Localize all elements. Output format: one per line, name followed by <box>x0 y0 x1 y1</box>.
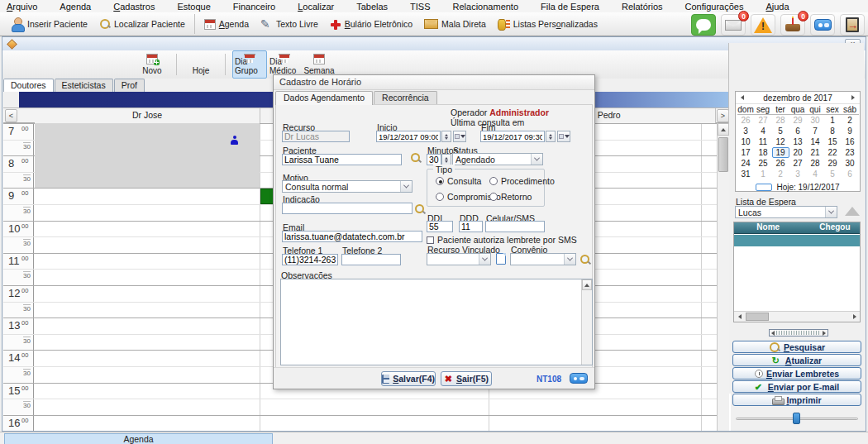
toolbar-button-texto-livre[interactable]: Texto Livre <box>255 13 324 35</box>
wait-list-selected-row[interactable] <box>734 235 860 246</box>
calendar-day[interactable]: 24 <box>737 158 755 169</box>
schedule-cell[interactable] <box>35 351 260 366</box>
radio-procedimento[interactable]: Procedimento <box>489 176 555 186</box>
recurso-vinculado-combo[interactable] <box>427 253 491 265</box>
calendar-day[interactable]: 6 <box>842 169 859 179</box>
radio-icon[interactable] <box>436 177 444 185</box>
button-pesquisar[interactable]: Pesquisar <box>732 341 861 353</box>
agenda-toolbar-dia-grupo[interactable]: Dia Grupo <box>232 50 267 79</box>
telefone2-field[interactable] <box>341 254 401 265</box>
calendar-day[interactable]: 9 <box>842 126 859 136</box>
menu-item-relatórios[interactable]: Relatórios <box>622 2 663 12</box>
menu-item-cadastros[interactable]: Cadastros <box>113 2 155 12</box>
celular-field[interactable] <box>485 221 545 232</box>
new-document-icon[interactable] <box>496 253 506 265</box>
schedule-cell[interactable] <box>35 237 260 253</box>
schedule-cell[interactable] <box>35 286 260 302</box>
checkbox-icon[interactable] <box>427 236 434 244</box>
combo-arrow-icon[interactable] <box>531 154 542 165</box>
scroll-left-icon[interactable] <box>734 312 745 322</box>
schedule-cell[interactable] <box>35 303 260 318</box>
convenio-combo[interactable] <box>510 253 576 265</box>
paciente-field[interactable] <box>282 154 402 165</box>
calendar-day[interactable]: 3 <box>737 126 755 136</box>
time-row-16-00[interactable]: 1600 <box>3 415 717 431</box>
schedule-cell[interactable] <box>489 416 702 431</box>
wait-list-hscrollbar[interactable] <box>734 311 860 322</box>
column-nome[interactable]: Nome <box>756 222 780 232</box>
agenda-toolbar-novo[interactable]: Novo <box>135 50 169 79</box>
menu-item-fila-de-espera[interactable]: Fila de Espera <box>541 2 599 12</box>
zoom-slider[interactable] <box>736 412 858 425</box>
radio-icon[interactable] <box>489 177 498 185</box>
schedule-cell[interactable] <box>35 318 260 334</box>
toolbar-button-mala-direta[interactable]: Mala Direta <box>418 13 492 35</box>
menu-item-estoque[interactable]: Estoque <box>177 2 210 12</box>
ddi-field[interactable] <box>427 221 453 232</box>
slider-thumb[interactable] <box>793 413 800 424</box>
indicacao-field[interactable] <box>282 203 413 214</box>
calendar-day[interactable]: 12 <box>772 136 789 147</box>
toolbar-button-inserir-paciente[interactable]: Inserir Paciente <box>5 13 93 35</box>
schedule-cell[interactable] <box>35 205 260 221</box>
calendar-day[interactable]: 30 <box>807 115 824 126</box>
radio-consulta[interactable]: Consulta <box>436 176 481 186</box>
motivo-combo[interactable]: Consulta normal <box>282 180 413 193</box>
schedule-cell[interactable] <box>35 367 260 383</box>
fim-spinner[interactable] <box>546 131 556 142</box>
scroll-thumb[interactable] <box>718 137 728 172</box>
scroll-thumb[interactable] <box>746 313 769 321</box>
fim-field[interactable] <box>480 131 545 142</box>
convenio-search-icon[interactable] <box>580 255 591 265</box>
observacoes-textarea[interactable] <box>280 279 593 365</box>
button-imprimir[interactable]: Imprimir <box>732 394 861 406</box>
calendar-day[interactable]: 23 <box>842 147 859 158</box>
minutos-field[interactable] <box>427 154 441 165</box>
button-atualizar[interactable]: Atualizar <box>732 354 861 366</box>
fim-datepicker-icon[interactable] <box>557 131 570 142</box>
menu-item-configurações[interactable]: Configurações <box>685 2 744 12</box>
calendar-day[interactable]: 1 <box>824 115 842 126</box>
calendar-day[interactable]: 2 <box>842 115 859 126</box>
scroll-up-icon[interactable] <box>582 279 592 290</box>
inicio-field[interactable] <box>376 131 441 142</box>
menu-item-localizar[interactable]: Localizar <box>298 2 334 12</box>
schedule-cell[interactable] <box>260 399 489 415</box>
status-combo[interactable]: Agendado <box>452 153 543 165</box>
contacts-icon-button[interactable] <box>810 14 835 36</box>
inicio-spinner[interactable] <box>441 131 451 142</box>
calendar-day[interactable]: 28 <box>772 115 789 126</box>
calendar-day[interactable]: 29 <box>789 115 807 126</box>
calendar-day[interactable]: 13 <box>789 136 807 147</box>
calendar-day[interactable]: 4 <box>755 126 772 136</box>
status-bar-agenda-tab[interactable]: Agenda <box>4 433 273 444</box>
calendar-today-label[interactable]: Hoje: 19/12/2017 <box>776 183 839 192</box>
agenda-toolbar-hoje[interactable]: Hoje <box>184 50 218 79</box>
tab-esteticistas[interactable]: Esteticistas <box>55 79 113 92</box>
dialog-tab-recorrência[interactable]: Recorrência <box>374 91 437 105</box>
schedule-cell[interactable] <box>35 189 260 204</box>
schedule-cell[interactable] <box>35 416 260 431</box>
ddd-field[interactable] <box>459 221 483 232</box>
calendar-day[interactable]: 26 <box>737 115 755 126</box>
calendar-day[interactable]: 17 <box>737 147 755 158</box>
collapse-up-icon[interactable] <box>845 207 860 216</box>
textarea-scrollbar[interactable] <box>581 279 592 365</box>
schedule-cell[interactable] <box>35 222 260 237</box>
calendar-day[interactable]: 28 <box>807 158 824 169</box>
schedule-cell[interactable] <box>35 399 260 415</box>
menu-item-tiss[interactable]: TISS <box>410 2 430 12</box>
radio-retorno[interactable]: Retorno <box>489 192 532 202</box>
calendar-day[interactable]: 30 <box>842 158 859 169</box>
tab-prof[interactable]: Prof <box>114 79 145 92</box>
patient-person-icon[interactable] <box>231 136 238 145</box>
calendar-next-icon[interactable] <box>851 95 855 100</box>
nt-chat-icon[interactable] <box>570 373 588 384</box>
calendar-day[interactable]: 4 <box>807 169 824 179</box>
calendar-prev-icon[interactable] <box>741 95 744 100</box>
calendar-day[interactable]: 5 <box>824 169 842 179</box>
mini-scrollbar[interactable] <box>769 329 828 337</box>
schedule-cell[interactable] <box>35 254 260 270</box>
combo-arrow-icon[interactable] <box>400 181 412 192</box>
telefone1-field[interactable] <box>282 254 338 265</box>
